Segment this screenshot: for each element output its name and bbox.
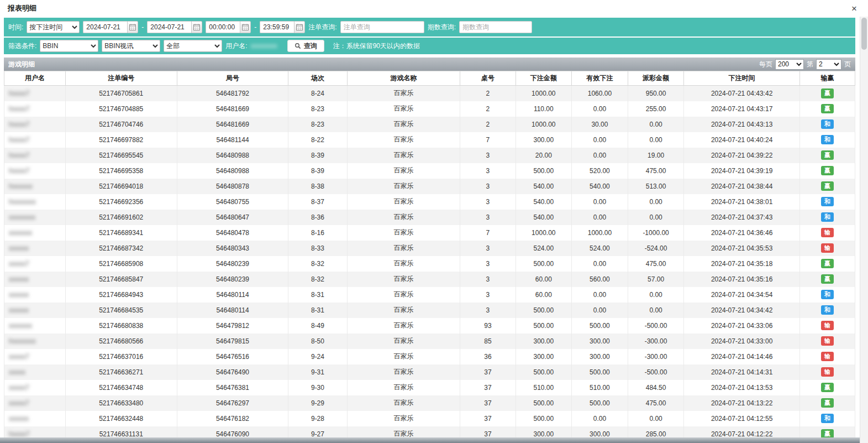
result-cell: 输: [799, 318, 855, 333]
result-cell: 赢: [799, 86, 855, 101]
payout-cell: -524.00: [628, 241, 684, 256]
username-cell: xxxxx7: [4, 380, 66, 395]
time-from-field: [206, 21, 251, 33]
scrollbar-thumb[interactable]: [861, 18, 867, 50]
result-cell: 赢: [799, 101, 855, 117]
valid-bet-cell: 0.00: [572, 256, 628, 272]
result-cell: 赢: [799, 148, 855, 163]
valid-bet-cell: 500.00: [572, 395, 628, 411]
category-select[interactable]: BBIN视讯: [102, 40, 160, 52]
username-cell: hxxxxxxx: [4, 194, 66, 210]
query-button[interactable]: 查询: [287, 40, 324, 52]
masked-username: hxxxx7: [9, 167, 29, 175]
username-cell: xxxxxx: [4, 303, 66, 318]
time-mode-select[interactable]: 按下注时间: [27, 21, 80, 33]
bet-time-cell: 2024-07-21 04:33:00: [684, 333, 799, 349]
username-label: 用户名:: [225, 41, 247, 51]
payout-cell: -1000.00: [628, 225, 684, 241]
result-cell: 赢: [799, 380, 855, 395]
bet-amount-cell: 500.00: [515, 303, 572, 318]
round-number-cell: 546481669: [177, 101, 288, 117]
table-number-cell: 2: [460, 117, 515, 132]
result-badge: 赢: [821, 181, 834, 191]
close-icon[interactable]: ×: [851, 4, 857, 13]
query-button-label: 查询: [304, 41, 317, 51]
username-cell: xxxxxxxx: [4, 210, 66, 225]
bet-amount-cell: 510.00: [515, 380, 572, 395]
col-payout: 派彩金额: [628, 71, 684, 86]
valid-bet-cell: 300.00: [572, 333, 628, 349]
bet-amount-cell: 500.00: [515, 256, 572, 272]
session-cell: 8-23: [288, 117, 347, 132]
game-name-cell: 百家乐: [347, 349, 460, 364]
table-row: hxxxx7 521746697882 546481144 8-22 百家乐 7…: [4, 132, 855, 148]
round-number-cell: 546480114: [177, 287, 288, 303]
bet-query-input[interactable]: [340, 21, 424, 33]
result-badge: 赢: [821, 274, 834, 284]
table-number-cell: 37: [460, 380, 515, 395]
content: 时间: 按下注时间 -: [4, 18, 855, 442]
result-cell: 和: [799, 287, 855, 303]
result-badge: 输: [821, 367, 834, 377]
table-number-cell: 37: [460, 411, 515, 426]
result-cell: 和: [799, 117, 855, 132]
round-number-cell: 546479815: [177, 333, 288, 349]
valid-bet-cell: 524.00: [572, 241, 628, 256]
result-cell: 和: [799, 303, 855, 318]
session-cell: 8-22: [288, 132, 347, 148]
result-cell: 输: [799, 241, 855, 256]
table-number-cell: 2: [460, 101, 515, 117]
bet-time-cell: 2024-07-21 04:35:18: [684, 256, 799, 272]
masked-username: hxxxx7: [9, 105, 29, 113]
session-cell: 9-30: [288, 380, 347, 395]
masked-username: xxxxxxxx: [9, 213, 35, 221]
calendar-icon: [193, 24, 200, 30]
result-cell: 和: [799, 210, 855, 225]
masked-username: hxxxx7: [9, 152, 29, 159]
page-select[interactable]: 2: [816, 59, 841, 70]
time-from-calendar-button[interactable]: [240, 21, 251, 33]
result-badge: 赢: [821, 104, 834, 114]
bet-amount-cell: 500.00: [515, 318, 572, 333]
bet-amount-cell: 1000.00: [515, 117, 572, 132]
period-query-input[interactable]: [459, 21, 532, 33]
bet-number-cell: 521746694018: [65, 179, 177, 194]
bet-amount-cell: 60.00: [515, 287, 572, 303]
table-row: xxxxx 521746636271 546476490 9-31 百家乐 37…: [4, 364, 855, 380]
time-to-input[interactable]: [260, 21, 294, 33]
username-cell: hxxxxxxx: [4, 333, 66, 349]
date-from-field: [83, 21, 138, 33]
date-from-input[interactable]: [83, 21, 127, 33]
platform-select[interactable]: BBIN: [40, 40, 98, 52]
username-cell: xxxxxx: [4, 411, 66, 426]
bet-number-cell: 521746691602: [65, 210, 177, 225]
session-cell: 9-24: [288, 349, 347, 364]
date-to-calendar-button[interactable]: [191, 21, 202, 33]
bet-number-cell: 521746705861: [65, 86, 177, 101]
grid-header-bar: 游戏明细 每页 200 第 2 页: [4, 58, 855, 71]
table-row: xxxxxxxx 521746691602 546480647 8-36 百家乐…: [4, 210, 855, 225]
round-number-cell: 546476516: [177, 349, 288, 364]
valid-bet-cell: 0.00: [572, 210, 628, 225]
time-to-calendar-button[interactable]: [294, 21, 305, 33]
username-cell: xxxxx7: [4, 256, 66, 272]
result-badge: 输: [821, 228, 834, 238]
date-to-input[interactable]: [147, 21, 191, 33]
valid-bet-cell: 0.00: [572, 303, 628, 318]
bet-time-cell: 2024-07-21 04:13:53: [684, 380, 799, 395]
result-badge: 和: [821, 135, 834, 145]
result-badge: 赢: [821, 398, 834, 408]
bet-time-cell: 2024-07-21 04:40:24: [684, 132, 799, 148]
payout-cell: -500.00: [628, 364, 684, 380]
time-from-input[interactable]: [206, 21, 240, 33]
vertical-scrollbar[interactable]: [860, 17, 868, 443]
bet-number-cell: 521746685908: [65, 256, 177, 272]
round-number-cell: 546480878: [177, 179, 288, 194]
per-page-select[interactable]: 200: [775, 59, 804, 70]
bet-time-cell: 2024-07-21 04:37:43: [684, 210, 799, 225]
table-row: xxxxx7 521746685908 546480239 8-32 百家乐 3…: [4, 256, 855, 272]
bet-time-cell: 2024-07-21 04:38:01: [684, 194, 799, 210]
scope-select[interactable]: 全部: [164, 40, 222, 52]
bet-amount-cell: 60.00: [515, 272, 572, 287]
date-from-calendar-button[interactable]: [127, 21, 138, 33]
